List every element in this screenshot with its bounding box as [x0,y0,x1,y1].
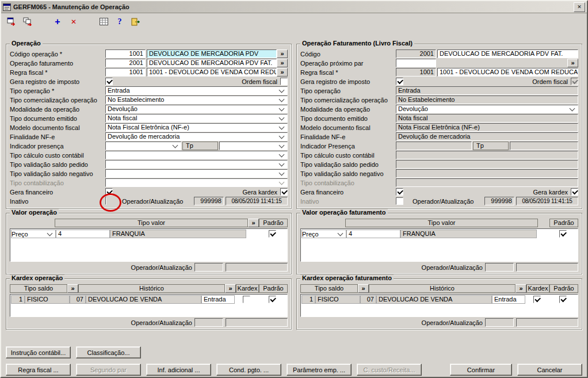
gera-registro-imposto-checkbox[interactable] [105,78,113,85]
inativo-checkbox[interactable] [105,197,106,205]
kardex-tipo-cell[interactable]: Entrada [201,295,235,304]
confirmar-button[interactable]: Confirmar [450,364,512,376]
regra-fiscal-button[interactable]: Regra fiscal ... [6,364,71,376]
tipo-saldo-header: Tipo saldo [10,284,67,293]
cancelar-button[interactable]: Cancelar [517,364,582,376]
navigate-record-icon[interactable] [5,16,18,28]
gera-financeiro-label: Gera financeiro [10,189,105,196]
classificacao-button[interactable]: Classificação... [76,346,141,358]
codigo-operacao-lookup-button[interactable]: » [277,49,288,58]
tipo-valor-lookup-button[interactable]: » [248,219,259,227]
indicador-presenca-select[interactable] [105,142,181,150]
kardex-faturamento-list[interactable]: 1 FISICO 07 DEVOLUCAO DE VENDA Entrada [300,294,578,317]
parametro-emp-button[interactable]: Parâmetro emp. ... [287,364,352,376]
gera-financeiro-checkbox[interactable] [396,188,403,196]
codigo-desc-input[interactable]: DEVOLUCAO DE MERCADORIA PDV FAT. [437,49,578,58]
tipo-contabilizacao-field [396,178,578,187]
codigo-operacao-input[interactable]: 1001 [105,49,146,58]
gera-kardex-checkbox[interactable] [280,188,288,196]
tipo-comercializacao-label: Tipo comercialização operação [10,97,105,104]
gera-registro-imposto-checkbox[interactable] [396,78,403,85]
valor-padrao-checkbox[interactable] [269,230,276,238]
kardex-padrao-checkbox[interactable] [559,296,567,303]
valor-padrao-checkbox[interactable] [559,230,567,238]
close-button[interactable]: ✕ [574,2,585,12]
grid-icon[interactable] [97,16,110,28]
delete-icon[interactable]: ✕ [67,16,80,28]
validacao-saldo-negativo-select[interactable] [105,169,288,178]
regra-fiscal-desc-input[interactable]: 1001 - DEVOLUCAO DE VENDA COM REDUCA [147,68,277,77]
ordem-fiscal-checkbox[interactable] [280,78,288,85]
titlebar[interactable]: GERFM065 - Manutenção de Operação ✕ [1,1,587,13]
tipo-valor-select[interactable]: Preço [301,230,346,238]
valor-codigo-cell[interactable]: 4 [56,230,110,238]
historico-desc-cell: DEVOLUCAO DE VENDA [376,295,492,304]
tipo-saldo-lookup-button[interactable]: » [67,284,78,293]
valor-codigo-cell[interactable]: 4 [346,230,400,238]
field-row: Finalidade NF-e Devolução de mercadoria [10,132,288,141]
cond-pgto-button[interactable]: Cond. pgto. ... [216,364,281,376]
kardex-padrao-checkbox[interactable] [269,296,276,303]
regra-fiscal-lookup-button[interactable]: » [277,68,288,77]
finalidade-nfe-select[interactable]: Devolução de mercadoria [105,132,288,141]
inf-adicional-button[interactable]: Inf. adicional ... [146,364,211,376]
field-row: Modalidade da operação Devolução [10,105,288,113]
kardex-tipo-cell[interactable]: Entrada [492,295,525,304]
modalidade-operacao-select[interactable]: Devolução [396,105,578,113]
validacao-saldo-pedido-select[interactable] [105,160,288,169]
codigo-operacao-desc-input[interactable]: DEVOLUCAO DE MERCADORIA PDV [147,49,277,58]
tipo-valor-select[interactable]: Preço [11,230,56,238]
operacao-faturamento-input[interactable]: 2001 [105,59,146,67]
tipo-comercializacao-label: Tipo comercialização operação [300,97,396,104]
kardex-list[interactable]: 1 FISICO 07 DEVOLUCAO DE VENDA Entrada [10,294,288,317]
regra-fiscal-desc-input[interactable]: 1001 - DEVOLUCAO DE VENDA COM REDUCAO PD [437,68,578,77]
historico-lookup-button[interactable]: » [516,284,526,293]
padrao-header: Padrão [549,284,578,293]
kardex-row: 1 FISICO 07 DEVOLUCAO DE VENDA Entrada [301,295,577,304]
field-row: Tipo comercialização operação No Estabel… [10,96,288,104]
exit-icon[interactable] [129,16,142,28]
tipo-saldo-header: Tipo saldo [300,284,358,293]
gera-registro-imposto-label: Gera registro de imposto [10,78,105,85]
operador-field [485,318,514,327]
insert-icon[interactable]: + [51,16,64,28]
atualizacao-field [516,318,578,327]
help-icon[interactable]: ? [113,16,126,28]
field-row: Regra fiscal * 1001 1001 - DEVOLUCAO DE … [10,68,288,77]
operacao-faturamento-desc-input[interactable]: DEVOLUCAO DE MERCADORIA PDV FAT. [147,59,277,67]
operacao-faturamento-lookup-button[interactable]: » [277,59,288,67]
valor-faturamento-list[interactable]: Preço 4 FRANQUIA [300,228,578,262]
ordem-fiscal-checkbox [571,78,578,85]
modalidade-operacao-select[interactable]: Devolução [105,105,288,113]
chevron-down-icon [338,230,343,236]
regra-fiscal-input[interactable]: 1001 [105,68,146,77]
tipo-calculo-custo-select[interactable] [105,151,288,159]
kardex-row: 1 FISICO 07 DEVOLUCAO DE VENDA Entrada [11,295,287,304]
valor-list[interactable]: Preço 4 FRANQUIA [10,228,288,262]
gera-kardex-checkbox[interactable] [571,188,578,196]
window-icon [3,3,11,11]
operacao-group: Operação Código operação * 1001 DEVOLUCA… [6,44,292,209]
tipo-documento-select[interactable]: Nota fiscal [105,114,288,123]
tipo-operacao-select[interactable]: Entrada [105,86,288,95]
tipo-calculo-custo-field [396,151,578,159]
chevron-down-icon [47,230,53,236]
field-row: Tipo contabilização [10,178,288,187]
operacao-proximo-par-lookup-button[interactable]: » [567,59,578,67]
historico-lookup-button[interactable]: » [225,284,236,293]
historico-header: Histórico [369,284,516,293]
tipo-saldo-lookup-button[interactable]: » [358,284,369,293]
field-row: Indicador presença Tp DANFE [10,142,288,150]
instrucao-contabil-button[interactable]: Instrução contábil... [6,346,71,358]
tipo-comercializacao-select[interactable]: No Estabelecimento [105,96,288,104]
modelo-documento-select[interactable]: Nota Fiscal Eletrônica (NF-e) [105,123,288,132]
group-title: Valor operação faturamento [300,209,388,216]
field-row: Tipo cálculo custo contábil [300,151,578,159]
kardex-checkbox[interactable] [243,296,250,303]
atualizacao-field [226,263,288,272]
kardex-checkbox[interactable] [533,296,541,303]
tp-danfe-select[interactable] [219,142,288,150]
gera-financeiro-checkbox[interactable] [105,188,113,196]
operacao-proximo-par-input[interactable] [396,59,436,67]
navigate-all-records-icon[interactable] [21,16,34,28]
